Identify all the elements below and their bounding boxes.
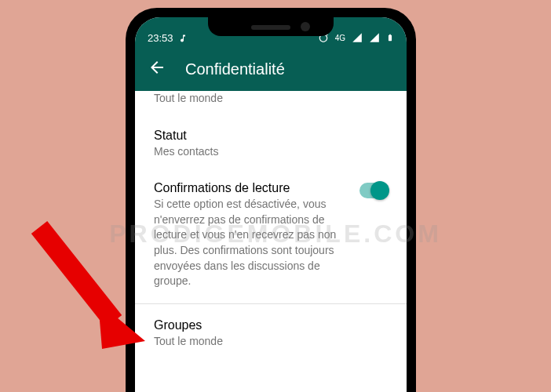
signal-icon-1 — [352, 32, 363, 43]
phone-speaker — [251, 25, 290, 30]
phone-inner: 23:53 4G Confidentialité — [135, 17, 407, 392]
network-label: 4G — [335, 34, 345, 42]
read-receipts-toggle[interactable] — [359, 183, 388, 198]
phone-camera — [301, 22, 310, 31]
phone-screen: 23:53 4G Confidentialité — [135, 17, 407, 392]
divider — [135, 303, 407, 304]
setting-item-read-receipts[interactable]: Confirmations de lecture Si cette option… — [135, 170, 407, 300]
pointer-arrow — [24, 212, 149, 353]
battery-icon — [386, 31, 394, 44]
setting-subtitle: Tout le monde — [154, 334, 388, 350]
music-icon — [178, 34, 188, 43]
setting-title: Groupes — [154, 318, 388, 332]
setting-title: Statut — [154, 129, 388, 143]
back-button[interactable] — [148, 58, 166, 80]
svg-marker-2 — [98, 302, 145, 349]
setting-item-partial[interactable]: Tout le monde — [135, 91, 407, 118]
status-bar-right: 4G — [318, 31, 394, 44]
app-bar: Confidentialité — [135, 47, 407, 91]
phone-notch — [208, 17, 334, 36]
setting-subtitle: Mes contacts — [154, 144, 388, 160]
setting-description: Si cette option est désactivée, vous n'e… — [154, 197, 350, 289]
signal-icon-2 — [369, 32, 380, 43]
status-bar-left: 23:53 — [148, 32, 188, 44]
status-time: 23:53 — [148, 32, 173, 44]
page-title: Confidentialité — [185, 60, 285, 78]
setting-title: Confirmations de lecture — [154, 181, 350, 195]
arrow-back-icon — [148, 58, 166, 77]
setting-item-statut[interactable]: Statut Mes contacts — [135, 118, 407, 171]
setting-item-groupes[interactable]: Groupes Tout le monde — [135, 307, 407, 361]
setting-subtitle: Tout le monde — [154, 91, 388, 107]
settings-content[interactable]: Tout le monde Statut Mes contacts Confir… — [135, 91, 407, 392]
phone-frame: 23:53 4G Confidentialité — [126, 8, 416, 392]
